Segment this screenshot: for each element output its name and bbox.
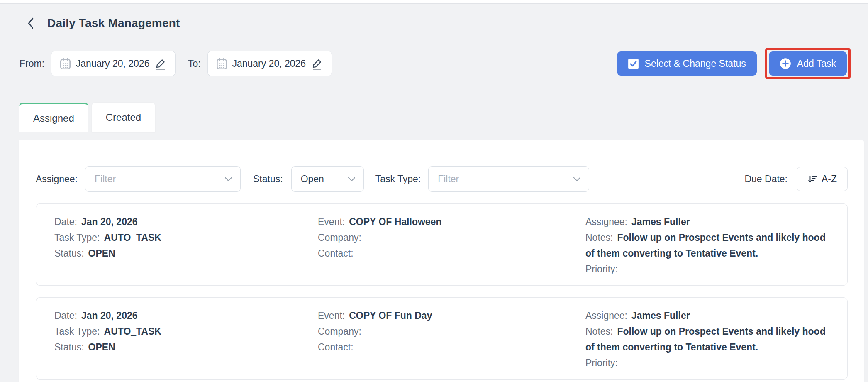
highlight-annotation-box: Add Task: [765, 48, 851, 79]
checkbox-checked-icon: [628, 58, 639, 69]
select-change-status-label: Select & Change Status: [645, 58, 746, 69]
notes-label: Notes:: [585, 326, 613, 337]
task-type-filter-placeholder: Filter: [438, 174, 459, 185]
due-date-sort-button[interactable]: A-Z: [797, 167, 848, 191]
task-assignee-value: James Fuller: [631, 310, 690, 321]
task-type-filter-select[interactable]: Filter: [428, 166, 589, 192]
tab-created[interactable]: Created: [92, 103, 155, 132]
add-task-label: Add Task: [797, 58, 836, 69]
task-type-filter-label: Task Type:: [375, 174, 421, 185]
task-status-value: OPEN: [88, 248, 115, 259]
page-title: Daily Task Management: [47, 17, 180, 30]
task-date: Jan 20, 2026: [81, 216, 138, 227]
edit-pencil-icon[interactable]: [154, 57, 167, 70]
tab-assigned-label: Assigned: [33, 113, 74, 124]
from-date-value: January 20, 2026: [76, 58, 150, 69]
contact-label: Contact:: [318, 342, 354, 353]
select-change-status-button[interactable]: Select & Change Status: [617, 51, 757, 76]
calendar-icon: [60, 58, 71, 70]
task-card-col-left: Date:Jan 20, 2026 Task Type:AUTO_TASK St…: [54, 214, 318, 277]
back-button[interactable]: [24, 16, 37, 30]
tab-bar: Assigned Created: [19, 103, 868, 132]
priority-label: Priority:: [585, 264, 618, 274]
assignee-filter-select[interactable]: Filter: [85, 166, 241, 192]
chevron-down-icon: [573, 177, 580, 181]
assignee-label: Assignee:: [585, 310, 627, 321]
task-card-col-left: Date:Jan 20, 2026 Task Type:AUTO_TASK St…: [54, 308, 318, 371]
top-divider: [0, 0, 868, 4]
assignee-label: Assignee:: [585, 216, 627, 227]
task-notes-value: Follow up on Prospect Events and likely …: [585, 232, 826, 259]
task-event-value: COPY OF Halloween: [349, 216, 441, 227]
chevron-left-icon: [27, 17, 34, 29]
task-card-col-right: Assignee:James Fuller Notes:Follow up on…: [585, 308, 847, 371]
edit-pencil-icon[interactable]: [311, 57, 323, 70]
status-filter-value: Open: [301, 174, 324, 185]
task-type-value: AUTO_TASK: [104, 326, 161, 337]
to-label: To:: [188, 58, 201, 69]
task-type-label: Task Type:: [54, 326, 100, 337]
sort-order-label: A-Z: [822, 174, 837, 185]
task-event-value: COPY OF Fun Day: [349, 310, 432, 321]
company-label: Company:: [318, 232, 361, 243]
task-type-label: Task Type:: [54, 232, 100, 243]
task-date: Jan 20, 2026: [81, 310, 138, 321]
to-date-picker[interactable]: January 20, 2026: [207, 51, 332, 76]
event-label: Event:: [318, 310, 345, 321]
assignee-filter-label: Assignee:: [36, 174, 78, 185]
task-card-col-middle: Event:COPY OF Halloween Company: Contact…: [318, 214, 585, 277]
status-filter-select[interactable]: Open: [291, 166, 364, 192]
tab-created-label: Created: [106, 112, 141, 123]
date-label: Date:: [54, 216, 77, 227]
calendar-icon: [216, 58, 227, 70]
task-card[interactable]: Date:Jan 20, 2026 Task Type:AUTO_TASK St…: [36, 297, 848, 380]
status-label: Status:: [54, 248, 84, 259]
task-card[interactable]: Date:Jan 20, 2026 Task Type:AUTO_TASK St…: [36, 203, 848, 286]
tab-content-panel: Assignee: Filter Status: Open Task Type:…: [19, 140, 864, 382]
task-status-value: OPEN: [88, 342, 115, 353]
from-label: From:: [20, 58, 44, 69]
notes-label: Notes:: [585, 232, 613, 243]
contact-label: Contact:: [318, 248, 354, 259]
event-label: Event:: [318, 216, 345, 227]
date-label: Date:: [54, 310, 77, 321]
status-label: Status:: [54, 342, 84, 353]
task-notes-value: Follow up on Prospect Events and likely …: [585, 326, 826, 353]
company-label: Company:: [318, 326, 361, 337]
task-assignee-value: James Fuller: [631, 216, 690, 227]
plus-circle-icon: [780, 58, 791, 69]
add-task-button[interactable]: Add Task: [769, 51, 847, 76]
status-filter-label: Status:: [253, 174, 283, 185]
page-header: Daily Task Management: [0, 4, 868, 30]
chevron-down-icon: [225, 177, 232, 181]
task-type-value: AUTO_TASK: [104, 232, 161, 243]
tab-assigned[interactable]: Assigned: [19, 103, 88, 132]
date-range-toolbar: From: January 20, 2026 To:: [0, 48, 868, 79]
task-card-col-right: Assignee:James Fuller Notes:Follow up on…: [585, 214, 847, 277]
priority-label: Priority:: [585, 358, 618, 368]
chevron-down-icon: [348, 177, 355, 181]
from-date-picker[interactable]: January 20, 2026: [51, 51, 176, 76]
due-date-sort-label: Due Date:: [744, 174, 788, 185]
list-filter-bar: Assignee: Filter Status: Open Task Type:…: [19, 140, 864, 192]
to-date-value: January 20, 2026: [232, 58, 306, 69]
assignee-filter-placeholder: Filter: [95, 174, 116, 185]
sort-descending-icon: [807, 175, 817, 184]
task-card-col-middle: Event:COPY OF Fun Day Company: Contact:: [318, 308, 585, 371]
